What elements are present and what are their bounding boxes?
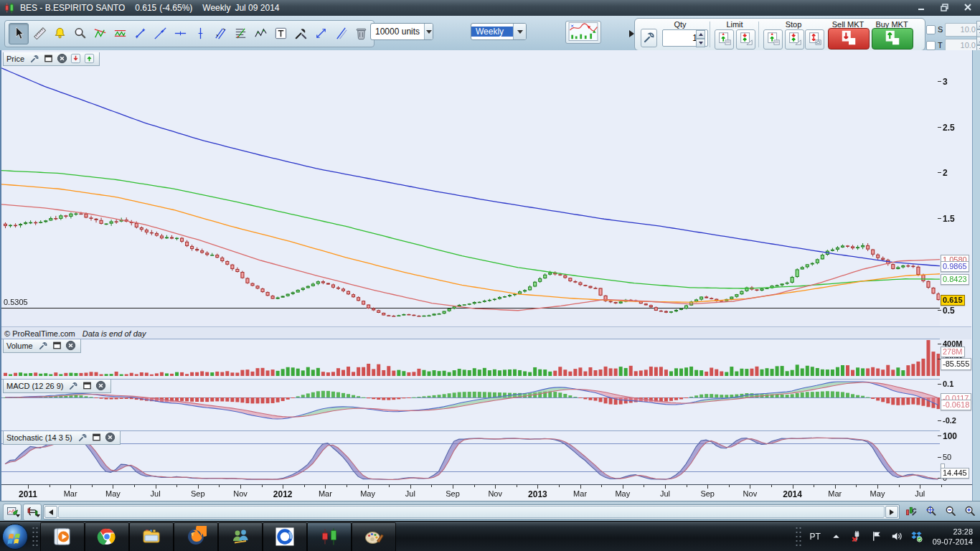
show-hidden-icons-button[interactable]: [829, 529, 844, 545]
limit-order-icon: [717, 31, 732, 48]
volume-chart-canvas[interactable]: [1, 339, 940, 378]
chart-tools-button[interactable]: [903, 504, 920, 519]
stop-loss-stepper[interactable]: [976, 21, 980, 38]
panel-scale-up-button[interactable]: [83, 54, 95, 65]
panel-settings-button[interactable]: [37, 341, 50, 352]
power-plug-tray-button[interactable]: [849, 529, 864, 545]
target-checkbox[interactable]: [926, 41, 936, 50]
scrollbar-thumb[interactable]: [58, 506, 885, 518]
panel-detach-button[interactable]: [81, 381, 93, 392]
buy-mkt-button[interactable]: [872, 28, 913, 50]
stop-loss-checkbox[interactable]: [926, 25, 936, 34]
volume-axis[interactable]: 400M 200M 278M -85.555: [941, 339, 972, 377]
taskbar-chrome-button[interactable]: [85, 522, 129, 551]
panel-title: Price: [6, 55, 24, 63]
zoom-fit-button[interactable]: [922, 504, 939, 519]
panel-settings-button[interactable]: [77, 433, 89, 443]
stop-buy-order-button[interactable]: [763, 29, 783, 50]
macd-axis[interactable]: 0.1 -0.0117 -0.0618 -0.2: [941, 379, 972, 429]
taskbar-messenger-button[interactable]: [218, 522, 263, 551]
panel-detach-button[interactable]: [90, 433, 103, 443]
export-image-button[interactable]: [3, 504, 22, 521]
time-axis-label: 2011: [12, 489, 44, 499]
stochastic-axis[interactable]: 100 50 0 14.445: [941, 430, 972, 483]
order-settings-button[interactable]: [641, 29, 657, 47]
chart-style-button[interactable]: [565, 21, 601, 44]
close-icon: [95, 380, 106, 392]
units-dropdown-arrow[interactable]: [424, 24, 433, 39]
parallel-segment-tool-button[interactable]: [331, 24, 350, 44]
units-dropdown[interactable]: 10000 units: [370, 23, 433, 40]
wrench-icon: [38, 340, 49, 352]
vline-tool-button[interactable]: [191, 24, 209, 44]
flag-tray-button[interactable]: [869, 529, 885, 545]
move-points-tool-button[interactable]: [311, 24, 330, 44]
scroll-left-arrow[interactable]: [44, 506, 57, 518]
hline-tool-button[interactable]: [171, 24, 189, 44]
cursor-tool-button[interactable]: [9, 23, 29, 44]
limit-sell-order-button[interactable]: [736, 29, 755, 50]
timeframe-dropdown[interactable]: Weekly: [471, 23, 527, 40]
collapse-panel-arrow[interactable]: [629, 30, 638, 37]
horizontal-scrollbar[interactable]: [43, 504, 900, 519]
stochastic-chart-canvas[interactable]: [1, 431, 940, 484]
order-panel: Qty Limit Stop Sell MKT Buy MKT: [634, 18, 925, 51]
start-button[interactable]: [1, 523, 29, 550]
panel-scale-down-button[interactable]: [70, 54, 82, 65]
trendline-tool-button[interactable]: [151, 24, 169, 44]
text-tool-button[interactable]: [271, 24, 290, 44]
stop-oco-order-button[interactable]: [805, 29, 824, 50]
taskbar-media-player-button[interactable]: [40, 522, 85, 551]
linked-charts-button[interactable]: [23, 504, 42, 521]
stop-sell-order-button[interactable]: [785, 29, 804, 50]
ruler-tool-button[interactable]: [30, 24, 49, 44]
pattern-channel-tool-button[interactable]: [110, 24, 129, 44]
panel-detach-button[interactable]: [51, 341, 63, 352]
segment-tool-button[interactable]: [131, 24, 149, 44]
panel-close-button[interactable]: [104, 433, 116, 443]
last-price-box: 0.615: [941, 295, 965, 306]
taskbar-paint-button[interactable]: [352, 522, 396, 551]
trash-tool-button[interactable]: [352, 24, 370, 44]
panel-detach-button[interactable]: [42, 54, 55, 65]
scroll-right-arrow[interactable]: [885, 506, 898, 518]
taskbar-prorealtime-button[interactable]: [307, 522, 352, 551]
close-icon: [57, 53, 67, 65]
price-panel-header: Price: [3, 52, 100, 66]
price-axis[interactable]: 3 2.5 2 1.5 0.5 1.0580 0.9865 0.8423 0.6…: [941, 52, 972, 326]
time-axis-label: May: [607, 489, 639, 498]
zoom-out-button[interactable]: [941, 504, 958, 519]
minimize-button[interactable]: [913, 1, 931, 13]
close-button[interactable]: [958, 1, 977, 13]
taskbar-firefox-button[interactable]: [174, 522, 218, 551]
speaker-tray-button[interactable]: [889, 529, 905, 545]
panel-close-button[interactable]: [95, 381, 107, 392]
taskbar-explorer-button[interactable]: [129, 522, 174, 551]
title-bar[interactable]: BES - B.ESPIRITO SANTO 0.615 (-4.65%) We…: [0, 0, 980, 17]
panel-settings-button[interactable]: [67, 381, 80, 392]
pattern-down-tool-button[interactable]: [90, 24, 109, 44]
timeframe-dropdown-arrow[interactable]: [513, 24, 526, 39]
restore-button[interactable]: [936, 1, 954, 13]
panel-close-button[interactable]: [65, 341, 77, 352]
dropbox-tray-button[interactable]: [909, 529, 925, 545]
parallel-lines-tool-button[interactable]: [211, 24, 230, 44]
stop-loss-value-input[interactable]: [945, 23, 980, 37]
quantity-stepper[interactable]: [696, 30, 705, 47]
panel-settings-button[interactable]: [29, 54, 41, 65]
zigzag-tool-button[interactable]: [251, 24, 270, 44]
levels-tool-button[interactable]: [231, 24, 250, 44]
taskbar-clock[interactable]: 23:28 09-07-2014: [933, 527, 973, 547]
price-chart-canvas[interactable]: [1, 52, 940, 326]
taskbar-app-blue-button[interactable]: [263, 522, 307, 551]
zoom-in-button[interactable]: [961, 504, 978, 519]
language-indicator[interactable]: PT: [809, 532, 820, 542]
limit-buy-order-button[interactable]: [715, 29, 734, 50]
zoom-tool-button[interactable]: [70, 24, 89, 44]
panel-close-button[interactable]: [56, 54, 68, 65]
settings-tool-button[interactable]: [291, 24, 310, 44]
alarm-tool-button[interactable]: [50, 24, 69, 44]
macd-chart-canvas[interactable]: [1, 380, 940, 430]
price-tick: 2.5: [943, 123, 955, 133]
sell-mkt-button[interactable]: [828, 28, 870, 50]
